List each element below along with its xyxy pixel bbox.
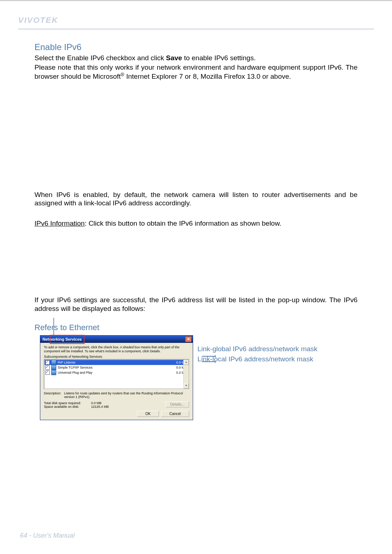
list-item-label: Universal Plug and Play xyxy=(58,371,168,374)
cancel-button[interactable]: Cancel xyxy=(161,411,189,417)
p2-post: Internet Explorer 7 or 8, Mozilla Firefo… xyxy=(124,73,291,80)
ok-button[interactable]: OK xyxy=(137,411,159,417)
disk-required-label: Total disk space required: xyxy=(44,401,81,405)
disk-info-row: Total disk space required: 0.0 MB Space … xyxy=(44,401,189,409)
list-item[interactable]: Simple TCP/IP Services0.0 MB xyxy=(45,365,188,370)
p1-save-bold: Save xyxy=(166,54,182,62)
brand-bar: VIVOTEK xyxy=(18,16,374,29)
list-item-label: RIP Listener xyxy=(58,361,168,364)
ipv6-info-label: IPv6 Information xyxy=(34,219,85,227)
description-label: Description: xyxy=(44,391,61,399)
spacer xyxy=(34,82,358,190)
description-row: Description: Listens for route updates s… xyxy=(44,391,189,399)
checkbox[interactable] xyxy=(45,370,50,375)
disk-info: Total disk space required: 0.0 MB Space … xyxy=(44,401,109,409)
scroll-down-icon[interactable]: ▾ xyxy=(184,383,189,389)
annotation-link-global: Link-global IPv6 address/network mask xyxy=(197,344,318,354)
details-button[interactable]: Details... xyxy=(166,401,189,407)
dialog-footer: OK Cancel xyxy=(44,411,189,417)
p1-post: to enable IPv6 settings. xyxy=(182,54,256,62)
paragraph-ipv6-info: IPv6 Information: Click this button to o… xyxy=(34,219,358,228)
network-component-icon xyxy=(51,365,56,370)
spacer xyxy=(34,208,358,219)
dialog-instruction: To add or remove a component, click the … xyxy=(44,345,189,353)
checkbox[interactable] xyxy=(45,365,50,370)
components-listbox[interactable]: RIP Listener0.0 MBSimple TCP/IP Services… xyxy=(44,359,189,389)
dialog-body: To add or remove a component, click the … xyxy=(40,343,193,419)
paragraph-enable-ipv6-2: Please note that this only works if your… xyxy=(34,63,358,81)
annotation-tick-2 xyxy=(202,361,215,362)
p1-pre: Select the Enable IPv6 checkbox and clic… xyxy=(34,54,166,62)
heading-refers-to-ethernet: Refers to Ethernet xyxy=(34,323,358,332)
close-icon[interactable]: ✕ xyxy=(185,336,192,342)
brand-logo: VIVOTEK xyxy=(18,16,58,25)
network-component-icon xyxy=(51,370,56,375)
list-item-label: Simple TCP/IP Services xyxy=(58,366,168,369)
ipv6-info-rest: : Click this button to obtain the IPv6 i… xyxy=(85,219,281,227)
heading-enable-ipv6: Enable IPv6 xyxy=(34,42,358,52)
listbox-scrollbar[interactable]: ▴ ▾ xyxy=(183,360,189,389)
annotation-tick-1 xyxy=(202,356,215,357)
diagram-row: Networking Services ✕ To add or remove a… xyxy=(34,335,358,420)
dialog-section-label: Subcomponents of Networking Services: xyxy=(44,355,189,358)
dialog-title: Networking Services xyxy=(42,337,82,341)
annotation-column: Link-global IPv6 address/network mask Li… xyxy=(197,335,318,364)
spacer xyxy=(34,229,358,296)
dialog-titlebar: Networking Services ✕ xyxy=(40,336,193,343)
paragraph-default-behavior: When IPv6 is enabled, by default, the ne… xyxy=(34,190,358,208)
disk-available-value: 12125.4 MB xyxy=(91,405,109,409)
disk-available-label: Space available on disk: xyxy=(44,405,81,409)
registered-symbol: ® xyxy=(121,72,124,77)
disk-required-value: 0.0 MB xyxy=(91,401,109,405)
paragraph-enable-ipv6-1: Select the Enable IPv6 checkbox and clic… xyxy=(34,54,358,62)
networking-services-dialog: Networking Services ✕ To add or remove a… xyxy=(40,335,193,420)
content-area: Enable IPv6 Select the Enable IPv6 check… xyxy=(18,42,374,532)
page-inner: VIVOTEK Enable IPv6 Select the Enable IP… xyxy=(0,1,392,554)
description-text: Listens for route updates sent by router… xyxy=(64,391,189,399)
checkbox[interactable] xyxy=(45,360,50,365)
network-component-icon xyxy=(51,360,56,365)
paragraph-success: If your IPv6 settings are successful, th… xyxy=(34,296,358,313)
list-item[interactable]: Universal Plug and Play0.2 MB xyxy=(45,370,188,375)
page-footer: 64 - User's Manual xyxy=(18,532,374,543)
list-item[interactable]: RIP Listener0.0 MB xyxy=(45,360,188,365)
document-page: VIVOTEK Enable IPv6 Select the Enable IP… xyxy=(0,0,392,554)
scroll-up-icon[interactable]: ▴ xyxy=(184,360,189,365)
